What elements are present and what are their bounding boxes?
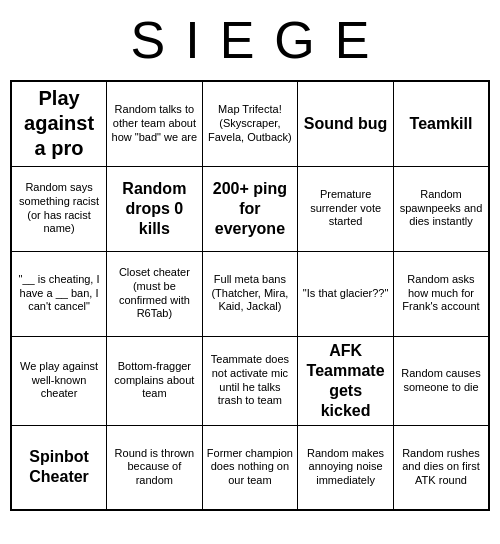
cell-0-2[interactable]: Map Trifecta! (Skyscraper, Favela, Outba… <box>202 81 298 166</box>
cell-3-4[interactable]: Random causes someone to die <box>393 336 489 425</box>
cell-0-0[interactable]: Play against a pro <box>11 81 107 166</box>
cell-1-3[interactable]: Premature surrender vote started <box>298 166 394 251</box>
cell-2-2[interactable]: Full meta bans (Thatcher, Mira, Kaid, Ja… <box>202 251 298 336</box>
bingo-grid: Play against a proRandom talks to other … <box>10 80 490 511</box>
cell-4-1[interactable]: Round is thrown because of random <box>107 425 202 510</box>
cell-1-2[interactable]: 200+ ping for everyone <box>202 166 298 251</box>
cell-0-3[interactable]: Sound bug <box>298 81 394 166</box>
cell-4-0[interactable]: Spinbot Cheater <box>11 425 107 510</box>
cell-3-2[interactable]: Teammate does not activate mic until he … <box>202 336 298 425</box>
title-letter-i: I <box>185 10 199 70</box>
cell-4-2[interactable]: Former champion does nothing on our team <box>202 425 298 510</box>
title-row: S I E G E <box>0 0 500 80</box>
cell-4-4[interactable]: Random rushes and dies on first ATK roun… <box>393 425 489 510</box>
cell-3-1[interactable]: Bottom-fragger complains about team <box>107 336 202 425</box>
cell-2-1[interactable]: Closet cheater (must be confirmed with R… <box>107 251 202 336</box>
table-row: We play against well-known cheaterBottom… <box>11 336 489 425</box>
cell-0-4[interactable]: Teamkill <box>393 81 489 166</box>
table-row: Spinbot CheaterRound is thrown because o… <box>11 425 489 510</box>
cell-3-3[interactable]: AFK Teammate gets kicked <box>298 336 394 425</box>
cell-4-3[interactable]: Random makes annoying noise immediately <box>298 425 394 510</box>
cell-2-0[interactable]: "__ is cheating, I have a __ ban, I can'… <box>11 251 107 336</box>
table-row: Random says something racist (or has rac… <box>11 166 489 251</box>
table-row: "__ is cheating, I have a __ ban, I can'… <box>11 251 489 336</box>
title-letter-s: S <box>131 10 166 70</box>
cell-0-1[interactable]: Random talks to other team about how "ba… <box>107 81 202 166</box>
cell-1-1[interactable]: Random drops 0 kills <box>107 166 202 251</box>
cell-1-0[interactable]: Random says something racist (or has rac… <box>11 166 107 251</box>
cell-3-0[interactable]: We play against well-known cheater <box>11 336 107 425</box>
title-letter-e: E <box>220 10 255 70</box>
title-letter-e2: E <box>335 10 370 70</box>
table-row: Play against a proRandom talks to other … <box>11 81 489 166</box>
title-letter-g: G <box>274 10 314 70</box>
cell-2-4[interactable]: Random asks how much for Frank's account <box>393 251 489 336</box>
cell-2-3[interactable]: "Is that glacier??" <box>298 251 394 336</box>
cell-1-4[interactable]: Random spawnpeeks and dies instantly <box>393 166 489 251</box>
